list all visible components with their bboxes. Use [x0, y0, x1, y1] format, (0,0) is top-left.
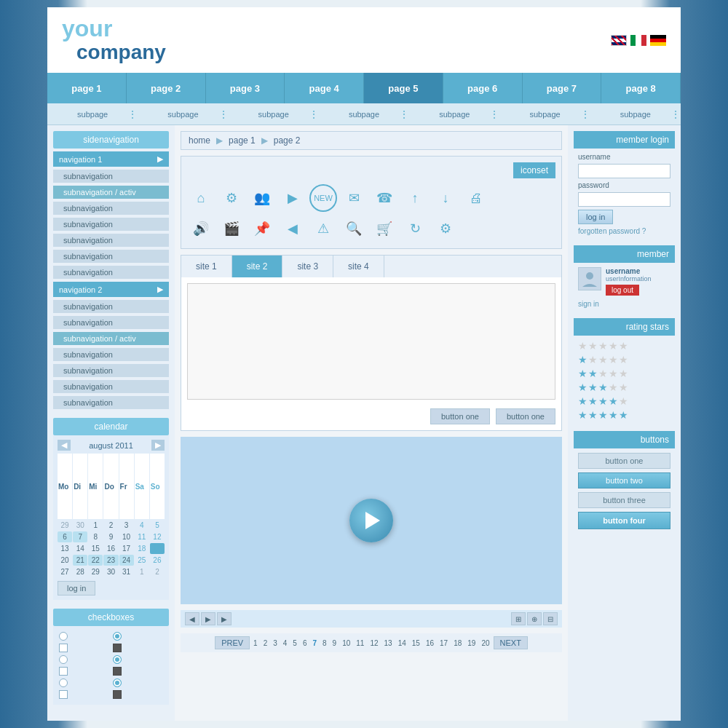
bp-19[interactable]: 19 [465, 638, 478, 649]
nav-group-2[interactable]: navigation 2 ▶ [53, 282, 169, 297]
refresh-icon[interactable]: ↻ [401, 215, 429, 242]
pag-icon-1[interactable]: ⊞ [511, 612, 526, 625]
subnav-2[interactable]: subpage [138, 103, 228, 124]
warning-icon[interactable]: ⚠ [309, 215, 337, 242]
bp-13[interactable]: 13 [382, 638, 395, 649]
cal-17[interactable]: 17 [119, 543, 134, 554]
pin-icon[interactable]: 📌 [248, 215, 276, 242]
radio-2[interactable] [59, 655, 110, 664]
check-1[interactable] [59, 644, 110, 652]
cal-9[interactable]: 9 [103, 531, 118, 542]
cal-14[interactable]: 14 [73, 543, 87, 554]
check-filled-icon-1[interactable] [113, 644, 122, 652]
check-filled-icon-3[interactable] [113, 690, 122, 699]
check-filled-icon-2[interactable] [113, 667, 122, 676]
star-2-4[interactable]: ★ [609, 354, 618, 365]
cal-5[interactable]: 5 [150, 520, 165, 531]
star-4-1[interactable]: ★ [578, 381, 587, 393]
star-5-2[interactable]: ★ [588, 395, 598, 407]
cal-22[interactable]: 22 [88, 555, 103, 566]
radio-filled-1[interactable] [113, 632, 164, 641]
nav-group-1[interactable]: navigation 1 ▶ [53, 151, 169, 167]
button-three[interactable]: button three [578, 492, 670, 508]
star-6-3[interactable]: ★ [598, 409, 608, 421]
radio-filled-icon-3[interactable] [113, 678, 122, 687]
cal-2b[interactable]: 2 [150, 566, 165, 577]
bp-5[interactable]: 5 [290, 638, 299, 649]
subnav2-item-4[interactable]: subnavigation [53, 348, 169, 361]
subnav-item-1[interactable]: subnavigation [53, 170, 169, 183]
play-button[interactable] [349, 499, 393, 542]
cal-20[interactable]: 20 [58, 555, 72, 566]
star-4-3[interactable]: ★ [598, 381, 608, 393]
subnav-item-4[interactable]: subnavigation [53, 218, 169, 231]
bp-3[interactable]: 3 [271, 638, 280, 649]
pag-next-btn[interactable]: ▶ [217, 612, 232, 625]
cal-15[interactable]: 15 [88, 543, 103, 554]
star-3-3[interactable]: ★ [598, 368, 608, 379]
nav-page8[interactable]: page 8 [601, 73, 681, 103]
button-two[interactable]: button two [578, 472, 670, 488]
star-3-2[interactable]: ★ [588, 368, 598, 379]
username-input[interactable] [578, 164, 670, 178]
tab-btn1[interactable]: button one [430, 408, 490, 424]
subnav-6[interactable]: subpage [499, 103, 590, 124]
star-2-3[interactable]: ★ [598, 354, 608, 365]
cal-23[interactable]: 23 [103, 555, 118, 566]
star-2-5[interactable]: ★ [619, 354, 628, 365]
bp-2[interactable]: 2 [261, 638, 270, 649]
breadcrumb-page2[interactable]: page 2 [274, 135, 301, 146]
subnav-item-5[interactable]: subnavigation [53, 234, 169, 247]
phone-icon[interactable]: ☎ [371, 184, 398, 212]
subnav2-item-2[interactable]: subnavigation [53, 316, 169, 329]
radio-3[interactable] [59, 678, 110, 687]
radio-plain-3[interactable] [59, 678, 68, 687]
bp-18[interactable]: 18 [451, 638, 464, 649]
bp-1[interactable]: 1 [251, 638, 260, 649]
flag-italy[interactable] [630, 35, 646, 46]
cal-12[interactable]: 12 [150, 531, 165, 542]
subnav-4[interactable]: subpage [319, 103, 409, 124]
cal-21[interactable]: 21 [73, 555, 87, 566]
star-3-1[interactable]: ★ [578, 368, 587, 379]
subnav-1[interactable]: subpage [47, 103, 138, 124]
radio-plain-1[interactable] [59, 632, 68, 641]
cal-30[interactable]: 30 [73, 520, 87, 531]
cal-28[interactable]: 28 [73, 566, 87, 577]
button-one[interactable]: button one [578, 453, 670, 469]
pag-prev-btn[interactable]: ◀ [185, 612, 199, 625]
subnav2-item-3[interactable]: subnavigation / activ [53, 332, 169, 345]
star-6-2[interactable]: ★ [588, 409, 598, 421]
star-2-2[interactable]: ★ [588, 354, 598, 365]
nav-page2[interactable]: page 2 [127, 73, 206, 103]
cal-29[interactable]: 29 [58, 520, 72, 531]
radio-filled-3[interactable] [113, 678, 164, 687]
star-1-4[interactable]: ★ [609, 340, 618, 352]
bp-7[interactable]: 7 [310, 638, 319, 649]
search-icon[interactable]: 🔍 [340, 215, 368, 242]
download-icon[interactable]: ↓ [432, 184, 459, 212]
check-filled-1[interactable] [113, 644, 164, 652]
bp-17[interactable]: 17 [438, 638, 450, 649]
cal-10[interactable]: 10 [119, 531, 134, 542]
cal-16[interactable]: 16 [103, 543, 118, 554]
tab-site3[interactable]: site 3 [282, 256, 333, 277]
star-6-5[interactable]: ★ [619, 409, 628, 421]
pag-play-btn[interactable]: ▶ [201, 612, 215, 625]
star-5-1[interactable]: ★ [578, 395, 587, 407]
subnav-7[interactable]: subpage [590, 103, 681, 124]
cal-6[interactable]: 6 [58, 531, 72, 542]
bp-9[interactable]: 9 [331, 638, 339, 649]
forgot-password-link[interactable]: forgotten password ? [578, 227, 670, 235]
printer-icon[interactable]: 🖨 [462, 184, 490, 212]
cal-18-sa[interactable]: 18 [135, 543, 149, 554]
new-badge-icon[interactable]: NEW [309, 184, 337, 212]
nav-page3[interactable]: page 3 [206, 73, 285, 103]
subnav-3[interactable]: subpage [229, 103, 319, 124]
gear-icon[interactable]: ⚙ [218, 184, 245, 212]
logout-btn[interactable]: log out [606, 285, 639, 296]
star-4-4[interactable]: ★ [609, 381, 618, 393]
pag-icon-3[interactable]: ⊟ [543, 612, 558, 625]
subnav-5[interactable]: subpage [409, 103, 499, 124]
check-3[interactable] [59, 690, 110, 699]
